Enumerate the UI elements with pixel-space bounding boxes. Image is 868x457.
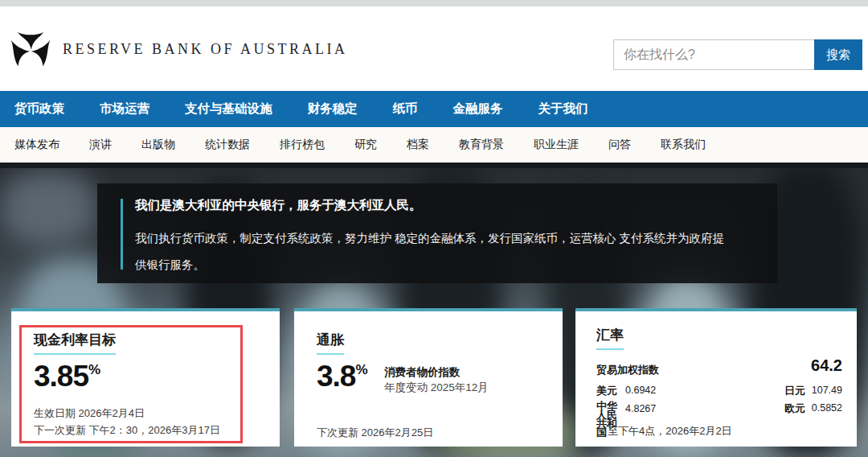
exchange-rates-card: 汇率 贸易加权指数 64.2 美元 0.6942 日元 107.49 中华人民共… (575, 308, 857, 447)
inflation-measure-block: 消费者物价指数 年度变动 2025年12月 (384, 364, 489, 395)
nav-payments-infrastructure[interactable]: 支付与基础设施 (185, 101, 272, 117)
exchange-as-at-date: 至下午4点，2026年2月2日 (608, 424, 732, 438)
cash-rate-notes: 生效日期 2026年2月4日 下一次更新 下午2：30，2026年3月17日 (34, 405, 220, 438)
primary-nav: 货币政策 市场运营 支付与基础设施 财务稳定 纸币 金融服务 关于我们 (0, 91, 868, 127)
hero-overlay-panel: 我们是澳大利亚的中央银行，服务于澳大利亚人民。 我们执行货币政策，制定支付系统政… (97, 183, 777, 283)
jpy-value: 107.49 (812, 385, 842, 396)
rba-logo-icon (10, 27, 51, 71)
eur-label: 欧元 (784, 401, 805, 416)
nav-financial-stability[interactable]: 财务稳定 (308, 101, 358, 117)
exchange-rates-title-link[interactable]: 汇率 (596, 326, 624, 350)
nav-financial-services[interactable]: 金融服务 (453, 101, 503, 117)
hero-body-text: 我们执行货币政策，制定支付系统政策，努力维护 稳定的金融体系，发行国家纸币，运营… (135, 225, 735, 278)
nav-monetary-policy[interactable]: 货币政策 (14, 101, 64, 117)
hero-section: 我们是澳大利亚的中央银行，服务于澳大利亚人民。 我们执行货币政策，制定支付系统政… (0, 163, 868, 457)
subnav-media-releases[interactable]: 媒体发布 (14, 138, 59, 152)
twi-value: 64.2 (811, 356, 842, 375)
rba-homepage: RESERVE BANK OF AUSTRALIA 搜索 货币政策 市场运营 支… (0, 0, 868, 457)
subnav-publications[interactable]: 出版物 (141, 138, 175, 152)
inflation-value: 3.8% (317, 361, 368, 391)
usd-label: 美元 (596, 384, 617, 398)
secondary-nav: 媒体发布 演讲 出版物 统计数据 排行榜包 研究 档案 教育背景 职业生涯 问答… (0, 127, 868, 163)
subnav-education[interactable]: 教育背景 (459, 138, 504, 152)
inflation-title-link[interactable]: 通胀 (317, 331, 344, 355)
hero-top-edge (0, 163, 868, 168)
subnav-archives[interactable]: 档案 (407, 138, 429, 152)
inflation-measure: 消费者物价指数 (384, 364, 489, 380)
search-input[interactable] (613, 39, 814, 70)
percent-sign: % (88, 362, 100, 377)
nav-banknotes[interactable]: 纸币 (393, 101, 418, 117)
cash-rate-value: 3.85% (34, 361, 100, 391)
subnav-contact-us[interactable]: 联系我们 (661, 138, 706, 152)
nav-market-operations[interactable]: 市场运营 (100, 101, 149, 117)
jpy-label: 日元 (784, 384, 805, 398)
search-button[interactable]: 搜索 (814, 39, 862, 70)
twi-label: 贸易加权指数 (596, 363, 659, 377)
usd-value: 0.6942 (625, 385, 656, 396)
cash-rate-effective-date: 生效日期 2026年2月4日 (34, 405, 220, 422)
percent-sign: % (355, 362, 367, 377)
eur-value: 0.5852 (812, 402, 842, 414)
inflation-period: 年度变动 2025年12月 (384, 380, 489, 395)
top-strip (0, 0, 868, 6)
cash-rate-next-update: 下一次更新 下午2：30，2026年3月17日 (34, 422, 220, 438)
subnav-research[interactable]: 研究 (354, 138, 377, 152)
cny-value: 4.8267 (625, 403, 656, 414)
subnav-statistics[interactable]: 统计数据 (205, 138, 250, 152)
nav-about-us[interactable]: 关于我们 (538, 101, 588, 117)
site-search: 搜索 (613, 39, 862, 70)
subnav-rankings[interactable]: 排行榜包 (280, 138, 325, 152)
cash-rate-title-link[interactable]: 现金利率目标 (34, 331, 116, 355)
bank-wordmark: RESERVE BANK OF AUSTRALIA (63, 41, 348, 58)
rba-home-link[interactable]: RESERVE BANK OF AUSTRALIA (10, 27, 348, 71)
site-header: RESERVE BANK OF AUSTRALIA 搜索 (0, 6, 868, 91)
subnav-qa[interactable]: 问答 (608, 138, 631, 152)
hero-accent-bar (121, 199, 123, 270)
inflation-card: 通胀 3.8% 消费者物价指数 年度变动 2025年12月 下次更新 2026年… (294, 308, 563, 447)
hero-photo-shape (0, 171, 96, 247)
subnav-careers[interactable]: 职业生涯 (534, 138, 579, 152)
inflation-next-update: 下次更新 2026年2月25日 (317, 424, 433, 441)
subnav-speeches[interactable]: 演讲 (89, 138, 112, 152)
hero-heading: 我们是澳大利亚的中央银行，服务于澳大利亚人民。 (135, 196, 737, 215)
cash-rate-card: 现金利率目标 3.85% 生效日期 2026年2月4日 下一次更新 下午2：30… (11, 308, 280, 447)
